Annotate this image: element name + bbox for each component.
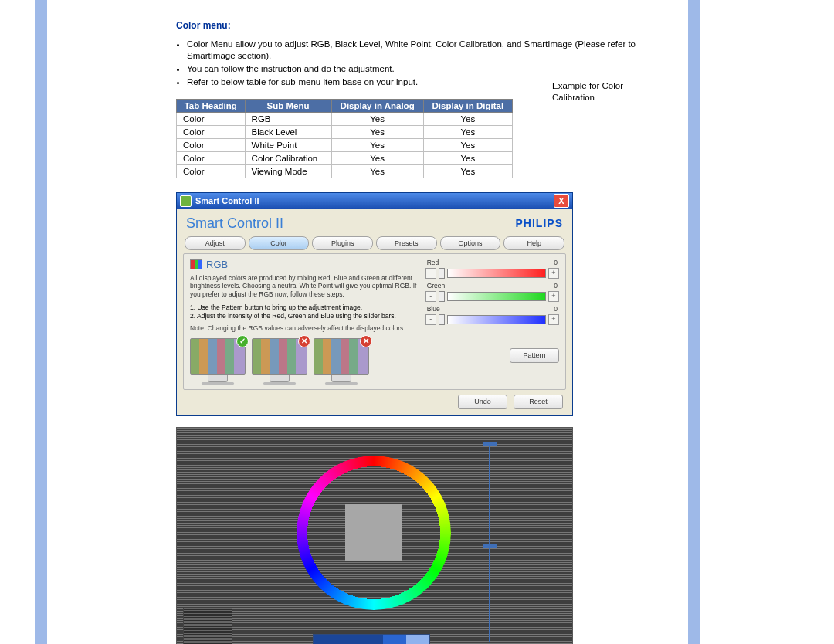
cell: Yes — [423, 125, 512, 138]
dialog-footer: Undo Reset — [183, 390, 566, 409]
decrement-button[interactable]: - — [425, 314, 436, 325]
rgb-icon — [190, 259, 202, 269]
preview-base — [263, 382, 296, 385]
slider-track-red[interactable] — [447, 269, 546, 278]
slider-value: 0 — [554, 305, 558, 313]
decrement-button[interactable]: - — [425, 291, 436, 302]
slider-track-green[interactable] — [447, 292, 546, 301]
cell: Yes — [331, 125, 423, 138]
tab-presets[interactable]: Presets — [376, 236, 437, 250]
vertical-slider-marker[interactable] — [483, 442, 497, 446]
preview-monitor[interactable]: ✕ — [314, 338, 369, 385]
right-rail — [688, 0, 700, 644]
cell: Color — [177, 151, 246, 164]
smart-control-dialog: Smart Control II X Smart Control II PHIL… — [176, 192, 573, 416]
pattern-button[interactable]: Pattern — [510, 348, 559, 363]
panel-subheading: RGB — [190, 259, 418, 270]
slider-group-green: Green0 - + — [425, 282, 559, 302]
left-rail — [35, 0, 47, 644]
cell: Yes — [423, 164, 512, 178]
philips-logo: PHILIPS — [516, 217, 563, 229]
slider-value: 0 — [554, 259, 558, 266]
preview-base — [325, 382, 358, 385]
bullet-item: You can follow the instruction and do th… — [187, 63, 670, 75]
cell: Yes — [423, 151, 512, 164]
bullet-list: Color Menu allow you to adjust RGB, Blac… — [187, 39, 670, 88]
window-title: Smart Control II — [195, 196, 259, 205]
cell: Color — [177, 112, 246, 125]
slider-value: 0 — [554, 282, 558, 290]
brand-row: Smart Control II PHILIPS — [183, 214, 566, 236]
gray-square — [345, 504, 402, 561]
increment-button[interactable]: + — [548, 291, 559, 302]
slider-thumb[interactable] — [439, 268, 445, 279]
table-row: ColorBlack LevelYesYes — [177, 125, 513, 138]
color-panel: RGB All displayed colors are produced by… — [183, 253, 566, 390]
cross-icon: ✕ — [298, 335, 310, 347]
slider-group-blue: Blue0 - + — [425, 305, 559, 325]
panel-left: RGB All displayed colors are produced by… — [190, 259, 418, 385]
table-row: ColorRGBYesYes — [177, 112, 513, 125]
cell: Color — [177, 164, 246, 178]
tab-plugins[interactable]: Plugins — [312, 236, 373, 250]
cell: Yes — [331, 151, 423, 164]
cell: Yes — [331, 138, 423, 151]
col-display-analog: Display in Analog — [331, 99, 423, 112]
table-header-row: Tab Heading Sub Menu Display in Analog D… — [177, 99, 513, 112]
cell: Yes — [331, 164, 423, 178]
dialog-titlebar[interactable]: Smart Control II X — [177, 193, 572, 209]
preview-monitor[interactable]: ✕ — [252, 338, 307, 385]
table-row: ColorWhite PointYesYes — [177, 138, 513, 151]
cell: Yes — [423, 112, 512, 125]
brand-title: Smart Control II — [186, 215, 283, 232]
step-line: 1. Use the Pattern button to bring up th… — [190, 303, 418, 312]
increment-button[interactable]: + — [548, 314, 559, 325]
vertical-slider-marker[interactable] — [483, 544, 497, 548]
cross-icon: ✕ — [360, 335, 372, 347]
step-line: 2. Adjust the intensity of the Red, Gree… — [190, 312, 418, 320]
preview-row: ✓ ✕ ✕ — [190, 338, 418, 385]
preview-monitor[interactable]: ✓ — [190, 338, 246, 385]
tab-help[interactable]: Help — [503, 236, 564, 250]
col-tab-heading: Tab Heading — [177, 99, 246, 112]
slider-track-blue[interactable] — [447, 315, 546, 324]
col-sub-menu: Sub Menu — [245, 99, 331, 112]
cell: Color Calibration — [245, 151, 331, 164]
decrement-button[interactable]: - — [425, 268, 436, 279]
panel-note: Note: Changing the RGB values can advers… — [190, 324, 418, 332]
cell: Color — [177, 138, 246, 151]
bullet-item: Color Menu allow you to adjust RGB, Blac… — [187, 39, 670, 62]
col-display-digital: Display in Digital — [423, 99, 512, 112]
tab-options[interactable]: Options — [440, 236, 501, 250]
tab-strip: Adjust Color Plugins Presets Options Hel… — [185, 236, 564, 250]
cell: White Point — [245, 138, 331, 151]
vertical-slider-track[interactable] — [489, 442, 490, 642]
slider-group-red: Red0 - + — [425, 259, 559, 279]
progress-bar — [313, 634, 430, 644]
cell: Yes — [423, 138, 512, 151]
increment-button[interactable]: + — [548, 268, 559, 279]
calibration-pattern — [176, 427, 573, 644]
undo-button[interactable]: Undo — [458, 395, 507, 409]
page: Example for Color Calibration Color menu… — [0, 0, 834, 644]
bullet-item: Refer to below table for sub-menu item b… — [187, 76, 670, 88]
tab-adjust[interactable]: Adjust — [185, 236, 246, 250]
check-icon: ✓ — [236, 335, 249, 347]
slider-thumb[interactable] — [439, 314, 445, 325]
content-column: Color menu: Color Menu allow you to adju… — [176, 20, 670, 644]
reset-button[interactable]: Reset — [514, 395, 563, 409]
close-button[interactable]: X — [554, 194, 569, 208]
submenu-table: Tab Heading Sub Menu Display in Analog D… — [176, 99, 513, 178]
slider-label: Green — [427, 282, 446, 290]
table-row: ColorViewing ModeYesYes — [177, 164, 513, 178]
slider-thumb[interactable] — [439, 291, 445, 302]
preview-stand — [270, 375, 290, 382]
dialog-body: Smart Control II PHILIPS Adjust Color Pl… — [177, 209, 572, 415]
slider-label: Red — [427, 259, 439, 266]
panel-steps: 1. Use the Pattern button to bring up th… — [190, 303, 418, 320]
cell: Yes — [331, 112, 423, 125]
tab-color[interactable]: Color — [249, 236, 310, 250]
panel-description: All displayed colors are produced by mix… — [190, 274, 418, 299]
section-heading: Color menu: — [176, 20, 670, 31]
preview-stand — [331, 375, 351, 382]
